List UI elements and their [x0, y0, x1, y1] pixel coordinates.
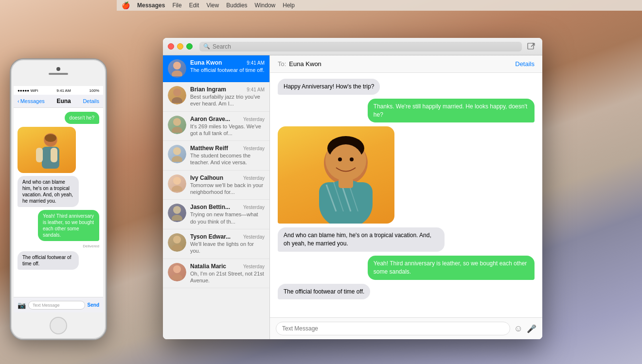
contact-name-jason-bettin: Jason Bettin...	[190, 204, 230, 210]
contact-time-ivy-calhoun: Yesterday	[243, 175, 265, 181]
contact-item-ivy-calhoun[interactable]: Ivy Calhoun Yesterday Tomorrow we'll be …	[163, 171, 269, 200]
window-close-button[interactable]	[168, 43, 174, 50]
svg-point-25	[172, 274, 182, 280]
svg-point-16	[173, 147, 181, 155]
contact-info-matthew-reiff: Matthew Reiff Yesterday The student beco…	[190, 145, 265, 166]
contact-name-ivy-calhoun: Ivy Calhoun	[190, 174, 223, 181]
chat-msg-incoming-3: The official footwear of time off.	[278, 284, 535, 300]
svg-point-10	[173, 62, 181, 69]
svg-point-15	[172, 127, 182, 133]
menubar-file[interactable]: File	[172, 2, 181, 9]
apple-menu-icon[interactable]: 🍎	[122, 1, 130, 9]
contact-preview-tyson-edwar: We'll leave the lights on for you.	[190, 241, 265, 255]
svg-point-30	[338, 157, 342, 161]
iphone-send-button[interactable]: Send	[88, 302, 99, 308]
window-maximize-button[interactable]	[186, 43, 193, 50]
svg-rect-3	[51, 148, 57, 162]
chat-msg-incoming-2: And who can blame him, he's on a tropica…	[278, 227, 535, 252]
svg-point-31	[350, 157, 354, 161]
contact-item-tyson-edwar[interactable]: Tyson Edwar... Yesterday We'll leave the…	[163, 229, 269, 259]
contact-info-ivy-calhoun: Ivy Calhoun Yesterday Tomorrow we'll be …	[190, 174, 265, 196]
iphone-msg-image	[18, 127, 76, 173]
contact-preview-brian-ingram: Best surfabilly jazz trio you've ever he…	[190, 93, 265, 107]
chat-bubble-5: The official footwear of time off.	[278, 284, 370, 300]
iphone-chat-title: Euna	[56, 98, 71, 104]
iphone-details-button[interactable]: Details	[83, 98, 99, 104]
chat-msg-outgoing-1: Thanks. We're still happily married. He …	[278, 99, 535, 123]
contact-time-jason-bettin: Yesterday	[243, 205, 265, 210]
menubar-buddies[interactable]: Buddies	[226, 2, 247, 9]
menubar-help[interactable]: Help	[283, 2, 295, 9]
contact-info-jason-bettin: Jason Bettin... Yesterday Trying on new …	[190, 204, 265, 225]
contact-info-natalia-maric: Natalia Maric Yesterday Oh, I'm on 21st …	[190, 263, 265, 284]
contact-time-euna-kwon: 9:41 AM	[247, 60, 265, 66]
contact-time-brian-ingram: 9:41 AM	[247, 87, 265, 92]
svg-point-22	[173, 236, 181, 243]
iphone-messages-list: doesn't he? And who can blame him, he's …	[14, 108, 103, 310]
svg-point-12	[173, 88, 181, 96]
to-label: To:	[278, 60, 286, 68]
svg-point-13	[172, 97, 182, 103]
iphone-input-bar: 📷 Text Message Send	[14, 297, 103, 312]
chat-image-bubble	[278, 126, 394, 224]
iphone-delivered-label: Delivered	[83, 244, 99, 248]
contact-info-aaron-grave: Aaron Grave... Yesterday It's 269 miles …	[190, 116, 265, 137]
svg-point-5	[45, 134, 56, 142]
contact-item-natalia-maric[interactable]: Natalia Maric Yesterday Oh, I'm on 21st …	[163, 259, 269, 289]
chat-text-input[interactable]	[276, 322, 510, 335]
microphone-button[interactable]: 🎤	[527, 324, 536, 333]
compose-icon	[527, 43, 535, 51]
iphone-msg-incoming-1: And who can blame him, he's on a tropica…	[18, 176, 79, 207]
iphone-text-input[interactable]: Text Message	[28, 301, 85, 310]
contact-preview-ivy-calhoun: Tomorrow we'll be back in your neighborh…	[190, 182, 265, 196]
search-icon: 🔍	[203, 43, 210, 50]
contact-info-euna-kwon: Euna Kwon 9:41 AM The official footwear …	[190, 59, 265, 73]
iphone-home-button[interactable]	[50, 317, 67, 334]
svg-rect-6	[528, 43, 534, 49]
contact-preview-natalia-maric: Oh, I'm on 21st Street, not 21st Avenue.	[190, 270, 265, 284]
search-input[interactable]	[213, 43, 518, 50]
person-figure-svg	[22, 129, 71, 171]
iphone-time: 9:41 AM	[56, 88, 71, 93]
iphone-back-button[interactable]: ‹ Messages	[18, 98, 45, 104]
iphone-camera	[56, 67, 60, 71]
svg-point-14	[173, 118, 181, 126]
contact-item-jason-bettin[interactable]: Jason Bettin... Yesterday Trying on new …	[163, 200, 269, 229]
menubar-view[interactable]: View	[206, 2, 219, 9]
compose-button[interactable]	[525, 40, 537, 53]
contact-preview-jason-bettin: Trying on new frames—what do you think o…	[190, 211, 265, 225]
contact-time-tyson-edwar: Yesterday	[243, 234, 265, 240]
chat-area: To: Euna Kwon Details Happy Anniversary!…	[270, 55, 542, 339]
window-titlebar: 🔍	[163, 38, 542, 55]
contact-time-natalia-maric: Yesterday	[243, 264, 265, 269]
contact-item-euna-kwon[interactable]: Euna Kwon 9:41 AM The official footwear …	[163, 55, 269, 82]
contact-item-aaron-grave[interactable]: Aaron Grave... Yesterday It's 269 miles …	[163, 112, 269, 141]
window-minimize-button[interactable]	[177, 43, 183, 50]
menubar-window[interactable]: Window	[255, 2, 276, 9]
chat-header: To: Euna Kwon Details	[270, 55, 542, 73]
chevron-left-icon: ‹	[18, 98, 19, 104]
contact-avatar-ivy-calhoun	[168, 174, 186, 193]
contact-name-brian-ingram: Brian Ingram	[190, 86, 226, 93]
svg-point-20	[173, 206, 181, 214]
chat-to-field: To: Euna Kwon	[278, 60, 321, 68]
contact-avatar-aaron-grave	[168, 116, 186, 134]
svg-rect-2	[36, 148, 43, 162]
menubar-edit[interactable]: Edit	[189, 2, 199, 9]
iphone-camera-button[interactable]: 📷	[18, 301, 26, 309]
window-body: Euna Kwon 9:41 AM The official footwear …	[163, 55, 542, 339]
contact-avatar-jason-bettin	[168, 204, 186, 222]
svg-point-21	[172, 215, 182, 221]
contact-preview-matthew-reiff: The student becomes the teacher. And vic…	[190, 152, 265, 166]
emoji-button[interactable]: ☺	[514, 324, 523, 334]
chat-details-button[interactable]: Details	[515, 60, 535, 68]
iphone-speaker	[49, 73, 68, 75]
chat-msg-outgoing-2: Yeah! Third anniversary is leather, so w…	[278, 256, 535, 280]
contacts-sidebar: Euna Kwon 9:41 AM The official footwear …	[163, 55, 270, 339]
chat-bubble-4: Yeah! Third anniversary is leather, so w…	[368, 256, 535, 280]
search-bar[interactable]: 🔍	[199, 42, 522, 52]
contact-item-matthew-reiff[interactable]: Matthew Reiff Yesterday The student beco…	[163, 141, 269, 171]
menubar-messages[interactable]: Messages	[137, 2, 165, 9]
contact-item-brian-ingram[interactable]: Brian Ingram 9:41 AM Best surfabilly jaz…	[163, 82, 269, 112]
iphone-status-bar: ●●●●● WiFi 9:41 AM 100%	[14, 86, 103, 95]
